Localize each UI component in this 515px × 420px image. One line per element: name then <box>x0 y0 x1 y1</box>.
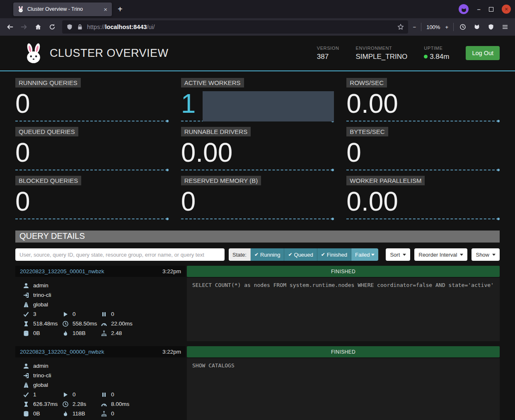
show-dropdown[interactable]: Show <box>471 248 500 261</box>
queued-splits-icon <box>101 311 107 318</box>
query-sql-text: SELECT COUNT(*) as nodes FROM system.run… <box>187 278 500 341</box>
current-memory: 0B <box>33 330 40 336</box>
zoom-in-button[interactable]: + <box>445 24 448 30</box>
user-icon <box>23 282 29 289</box>
navigation-toolbar: https://localhost:8443/ui/ − 100% + <box>0 18 515 36</box>
privacy-shield-icon[interactable] <box>484 21 498 33</box>
query-header-row: 20220823_132202_00000_nwbzk 3:22pm FINIS… <box>15 346 500 357</box>
stat-label: ROWS/SEC <box>346 78 387 87</box>
url-bar[interactable]: https://localhost:8443/ui/ <box>62 20 408 34</box>
filter-label: Finished <box>327 252 347 258</box>
logout-button[interactable]: Log Out <box>466 46 500 60</box>
trino-cluster-overview-page: CLUSTER OVERVIEW VERSION 387 ENVIRONMENT… <box>0 36 515 420</box>
resource-group-icon <box>23 382 29 388</box>
extension-icon[interactable] <box>470 21 484 33</box>
query-id-link[interactable]: 20220823_132202_00000_nwbzk <box>20 349 104 355</box>
menu-button[interactable] <box>498 21 512 33</box>
queued-splits: 0 <box>111 311 114 317</box>
current-memory: 0B <box>33 410 40 417</box>
restore-button[interactable] <box>489 7 493 12</box>
window-controls: − × <box>459 4 511 14</box>
reorder-interval-dropdown[interactable]: Reorder Interval <box>414 248 467 261</box>
query-id-link[interactable]: 20220823_132205_00001_nwbzk <box>20 268 104 274</box>
query-memory-row: 0B 108B 2.48 <box>23 328 183 338</box>
elapsed-time-icon <box>62 401 69 408</box>
filter-failed-dropdown[interactable]: Failed <box>351 248 378 261</box>
stat-queued-queries: QUEUED QUERIES 0 <box>15 127 169 176</box>
close-window-button[interactable]: × <box>502 5 511 14</box>
home-button[interactable] <box>31 21 45 33</box>
profile-avatar-icon[interactable] <box>459 4 469 14</box>
cumulative-memory: 118B <box>73 410 85 417</box>
running-splits-icon <box>62 311 69 318</box>
environment-label: ENVIRONMENT <box>355 46 407 51</box>
cpu-time: 22.00ms <box>111 320 133 327</box>
url-host: localhost:8443 <box>105 24 147 30</box>
query-body: admin trino-cli global 1 0 0 <box>15 358 500 420</box>
chevron-down-icon <box>460 254 463 256</box>
queued-time-icon <box>23 320 29 327</box>
history-clock-icon[interactable] <box>456 21 469 33</box>
current-memory-icon <box>23 330 29 337</box>
cluster-meta: VERSION 387 ENVIRONMENT SIMPLE_TRINO UPT… <box>317 46 450 61</box>
state-filter-label: State: <box>229 248 251 261</box>
page-header: CLUSTER OVERVIEW VERSION 387 ENVIRONMENT… <box>0 36 515 71</box>
query-time: 3:22pm <box>162 349 181 355</box>
stat-active-workers: ACTIVE WORKERS 1 <box>181 78 334 127</box>
parallelism-icon <box>101 410 107 417</box>
stat-value: 0 <box>15 139 30 166</box>
stat-reserved-memory: RESERVED MEMORY (B) 0 <box>181 176 334 225</box>
queued-time: 518.48ms <box>33 320 58 327</box>
stat-rows-per-sec: ROWS/SEC 0.00 <box>346 78 500 127</box>
query-resource-group-row: global <box>23 300 183 309</box>
sparkline <box>181 170 334 170</box>
bookmark-star-icon[interactable] <box>397 24 404 30</box>
parallelism-icon <box>101 330 107 337</box>
elapsed-time-icon <box>62 320 69 327</box>
back-button[interactable] <box>3 21 17 33</box>
filter-finished-button[interactable]: ✔ Finished <box>317 248 351 261</box>
completed-splits-icon <box>23 311 29 318</box>
query-id-bar: 20220823_132205_00001_nwbzk 3:22pm <box>15 266 186 277</box>
query-time: 3:22pm <box>162 268 181 274</box>
sort-dropdown[interactable]: Sort <box>386 248 410 261</box>
queued-time-icon <box>23 401 29 408</box>
query-source-row: trino-cli <box>23 290 183 300</box>
browser-tab[interactable]: Cluster Overview - Trino × <box>13 2 112 16</box>
resource-group-icon <box>23 301 29 308</box>
parallelism: 2.48 <box>111 330 122 336</box>
forward-button[interactable] <box>17 21 31 33</box>
tracking-protection-shield-icon[interactable] <box>66 24 73 30</box>
filter-queued-button[interactable]: ✔ Queued <box>284 248 317 261</box>
url-text: https://localhost:8443/ui/ <box>87 24 394 30</box>
tab-bar: Cluster Overview - Trino × + − × <box>0 0 515 18</box>
check-icon: ✔ <box>254 252 259 257</box>
check-icon: ✔ <box>288 252 292 257</box>
zoom-level[interactable]: 100% <box>426 24 440 30</box>
tab-close-icon[interactable]: × <box>102 6 109 13</box>
url-path: /ui/ <box>147 24 155 30</box>
query-search-input[interactable] <box>15 248 225 261</box>
stat-value: 0.00 <box>346 188 398 215</box>
query-meta-panel: admin trino-cli global 1 0 0 <box>15 358 186 420</box>
query-meta-panel: admin trino-cli global 3 0 0 <box>15 278 186 341</box>
environment-value: SIMPLE_TRINO <box>355 53 407 61</box>
chevron-down-icon <box>371 254 375 256</box>
filter-running-button[interactable]: ✔ Running <box>251 248 285 261</box>
new-tab-button[interactable]: + <box>112 5 128 14</box>
stat-label: BYTES/SEC <box>346 127 388 136</box>
queued-splits: 0 <box>111 391 114 398</box>
connection-lock-icon[interactable] <box>77 24 83 30</box>
zoom-out-button[interactable]: − <box>413 24 416 30</box>
sparkline <box>15 170 168 170</box>
separator <box>421 23 421 31</box>
minimize-button[interactable]: − <box>477 6 481 13</box>
reload-button[interactable] <box>46 21 59 33</box>
chevron-down-icon <box>492 254 496 256</box>
sparkline <box>181 218 334 219</box>
completed-splits-icon <box>23 391 29 398</box>
uptime-meta: UPTIME 3.84m <box>424 46 449 61</box>
cpu-time-icon <box>101 401 107 408</box>
running-splits: 0 <box>73 391 76 398</box>
trino-favicon <box>17 6 24 12</box>
